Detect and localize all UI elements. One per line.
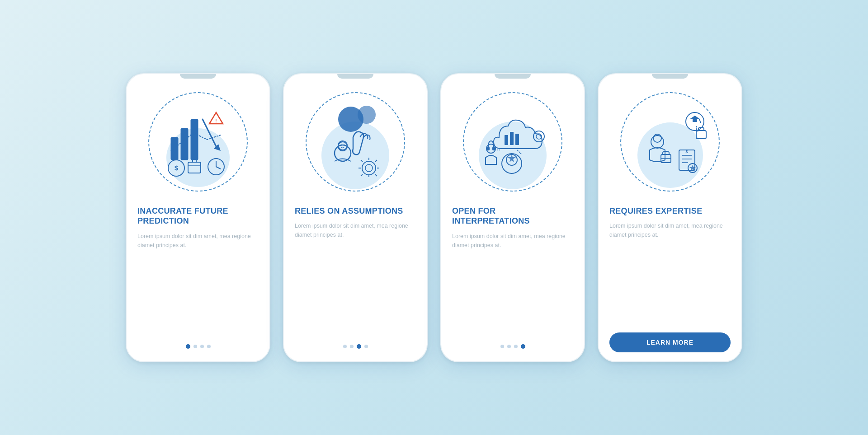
dot-3-4 [521,344,525,349]
phone-content-3: OPEN FOR INTERPRETATIONS Lorem ipsum dol… [441,79,584,361]
phone-card-1: ! $ INACCURATE FUTURE PRE [126,73,270,362]
card-3-body: Lorem ipsum dolor sit dim amet, mea regi… [452,232,573,340]
svg-text:$: $ [175,164,178,172]
illustration-area-4: $ [611,83,729,201]
svg-line-15 [216,167,221,169]
card-1-body: Lorem ipsum dolor sit dim amet, mea regi… [137,232,259,340]
dot-2-1 [343,345,347,348]
card-4-title: REQUIRES EXPERTISE [609,206,731,216]
dot-3-3 [514,345,518,348]
svg-line-30 [361,174,363,176]
dot-1-4 [207,345,211,348]
svg-rect-34 [510,132,514,145]
svg-point-17 [358,106,376,124]
phone-card-4: $ REQUIRES EXPERTISE Lorem ipsum dolor s… [598,73,742,362]
svg-rect-43 [492,147,495,150]
svg-line-49 [699,119,701,123]
svg-rect-1 [181,128,188,160]
svg-line-32 [361,160,363,162]
card-2-bottom [295,340,416,352]
svg-point-24 [365,164,373,172]
svg-line-31 [375,174,377,176]
card-4-bottom: LEARN MORE [609,328,731,352]
svg-line-45 [517,150,522,154]
phone-notch-2 [337,74,373,79]
svg-line-29 [375,160,377,162]
dot-2-4 [364,345,368,348]
card-2-dots [343,340,368,352]
card-3-bottom [452,340,573,352]
dot-1-3 [200,345,204,348]
dot-1-2 [193,345,197,348]
card-2-title: RELIES ON ASSUMPTIONS [295,206,416,216]
card-1-dots [186,340,211,352]
svg-rect-35 [515,134,519,145]
dot-3-1 [500,345,504,348]
svg-point-23 [362,161,376,175]
illustration-area-1: ! $ [139,83,257,201]
phone-notch-3 [495,74,531,79]
illustration-area-2 [297,83,414,201]
svg-rect-0 [171,137,178,160]
card-2-body: Lorem ipsum dolor sit dim amet, mea regi… [295,221,416,340]
phone-notch-1 [180,74,216,79]
illustration-area-3 [454,83,571,201]
svg-rect-42 [487,147,490,150]
svg-marker-47 [689,116,700,119]
dot-3-2 [507,345,511,348]
card-4-body: Lorem ipsum dolor sit dim amet, mea regi… [609,221,731,328]
card-1-bottom [137,340,259,352]
illustration-svg-4: $ [629,101,711,182]
card-3-title: OPEN FOR INTERPRETATIONS [452,206,573,226]
card-1-title: INACCURATE FUTURE PREDICTION [137,206,259,226]
svg-rect-33 [505,135,508,145]
illustration-svg-2 [315,101,396,182]
svg-rect-9 [188,162,201,173]
illustration-svg-3 [472,101,553,182]
phone-content-2: RELIES ON ASSUMPTIONS Lorem ipsum dolor … [284,79,427,361]
dot-1-1 [186,344,190,349]
card-3-dots [500,340,525,352]
dot-2-2 [350,345,354,348]
svg-point-21 [341,144,342,145]
phone-content-4: $ REQUIRES EXPERTISE Lorem ipsum dolor s… [599,79,741,361]
svg-rect-2 [191,119,198,160]
dot-2-3 [357,344,361,349]
svg-rect-50 [696,131,706,139]
phone-notch-4 [652,74,688,79]
svg-point-22 [344,144,345,145]
phone-card-3: OPEN FOR INTERPRETATIONS Lorem ipsum dol… [440,73,585,362]
svg-text:!: ! [215,118,217,123]
svg-text:$: $ [685,150,688,154]
phones-container: ! $ INACCURATE FUTURE PRE [126,73,742,362]
illustration-svg-1: ! $ [157,101,239,182]
phone-card-2: RELIES ON ASSUMPTIONS Lorem ipsum dolor … [283,73,428,362]
svg-rect-48 [693,119,697,122]
learn-more-button[interactable]: LEARN MORE [609,332,731,352]
svg-point-36 [533,131,544,142]
phone-content-1: ! $ INACCURATE FUTURE PRE [127,79,269,361]
